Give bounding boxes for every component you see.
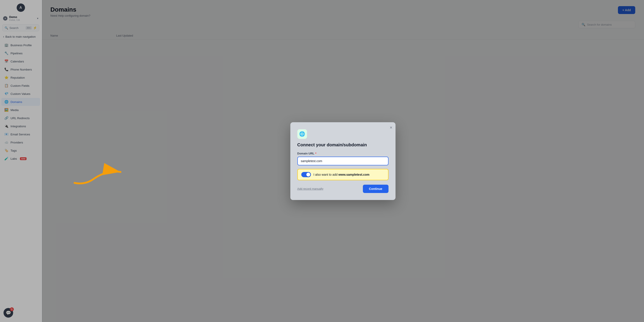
toggle-label: I also want to add www.sampletest.com (314, 173, 370, 176)
sidebar-item-label: Providers (10, 141, 23, 144)
sidebar-item-label: Custom Fields (10, 84, 29, 88)
sidebar-item-label: Integrations (10, 125, 26, 128)
sidebar: A ● Demo Irvine, CA ▾ 🔍 Search ⌘K ⚡ ‹ Ba… (0, 0, 42, 322)
toggle-knob (306, 172, 310, 176)
search-shortcut: ⌘K (26, 26, 32, 30)
back-nav-label: Back to main navigation (6, 35, 36, 38)
media-icon: 🖼️ (4, 108, 8, 112)
avatar: A (17, 4, 25, 12)
reputation-icon: ⭐ (4, 76, 8, 80)
connect-domain-modal: × 🌐 Connect your domain/subdomain Domain… (290, 122, 396, 200)
sidebar-item-custom-fields[interactable]: 📋 Custom Fields (1, 82, 40, 90)
sidebar-item-url-redirects[interactable]: 🔗 URL Redirects (1, 114, 40, 122)
modal-title: Connect your domain/subdomain (297, 142, 388, 148)
sidebar-item-media[interactable]: 🖼️ Media (1, 106, 40, 114)
email-services-icon: 📧 (4, 132, 8, 136)
labs-new-badge: new (20, 157, 26, 160)
search-bar[interactable]: 🔍 Search ⌘K ⚡ (2, 24, 39, 31)
sidebar-item-business-profile[interactable]: 🏢 Business Profile (1, 41, 40, 49)
sidebar-item-label: Domains (10, 100, 22, 104)
back-arrow-icon: ‹ (3, 35, 4, 38)
chat-badge-count: 5 (10, 307, 14, 311)
url-redirects-icon: 🔗 (4, 116, 8, 120)
sidebar-item-label: Labs (10, 157, 17, 160)
sidebar-item-reputation[interactable]: ⭐ Reputation (1, 74, 40, 82)
sidebar-item-labs[interactable]: 🧪 Labs new (1, 155, 40, 162)
sidebar-item-pipelines[interactable]: 🔧 Pipelines (1, 49, 40, 57)
sidebar-item-label: URL Redirects (10, 116, 30, 120)
providers-icon: ☁️ (4, 140, 8, 144)
business-profile-icon: 🏢 (4, 43, 8, 47)
search-icon: 🔍 (4, 26, 8, 30)
chat-icon: 💬 (6, 310, 11, 316)
arrow-annotation (68, 154, 138, 190)
custom-fields-icon: 📋 (4, 84, 8, 88)
sidebar-item-label: Media (10, 108, 19, 112)
domains-icon: 🌐 (4, 100, 8, 104)
custom-values-icon: 💎 (4, 92, 8, 96)
avatar-container: A (0, 0, 42, 14)
sidebar-item-label: Custom Values (10, 92, 30, 96)
tags-icon: 🏷️ (4, 148, 8, 152)
account-selector[interactable]: ● Demo Irvine, CA ▾ (0, 14, 42, 22)
sidebar-item-label: Pipelines (10, 52, 22, 55)
sidebar-item-email-services[interactable]: 📧 Email Services (1, 130, 40, 138)
sidebar-item-label: Tags (10, 149, 17, 152)
labs-icon: 🧪 (4, 156, 8, 160)
www-toggle-row: I also want to add www.sampletest.com (297, 169, 388, 180)
sidebar-item-integrations[interactable]: 🔌 Integrations (1, 122, 40, 130)
continue-button[interactable]: Continue (363, 185, 388, 193)
account-location: Irvine, CA (9, 18, 35, 21)
toggle-domain-text: www.sampletest.com (338, 173, 370, 176)
calendars-icon: 📅 (4, 59, 8, 63)
modal-overlay: × 🌐 Connect your domain/subdomain Domain… (42, 0, 644, 322)
chat-bubble-button[interactable]: 💬 5 (4, 308, 13, 318)
pipelines-icon: 🔧 (4, 51, 8, 55)
sidebar-item-label: Calendars (10, 60, 24, 63)
phone-numbers-icon: 📞 (4, 68, 8, 72)
sidebar-item-calendars[interactable]: 📅 Calendars (1, 58, 40, 65)
sidebar-navigation: 🏢 Business Profile 🔧 Pipelines 📅 Calenda… (0, 40, 42, 313)
sidebar-item-tags[interactable]: 🏷️ Tags (1, 146, 40, 154)
sidebar-item-label: Reputation (10, 76, 25, 79)
sidebar-item-custom-values[interactable]: 💎 Custom Values (1, 90, 40, 98)
modal-close-button[interactable]: × (390, 125, 392, 130)
sidebar-item-label: Email Services (10, 133, 30, 136)
domain-url-input[interactable] (297, 156, 388, 166)
account-name: Demo (9, 15, 35, 18)
sidebar-item-domains[interactable]: 🌐 Domains (1, 98, 40, 106)
sidebar-item-label: Phone Numbers (10, 68, 32, 71)
account-icon: ● (3, 16, 8, 20)
back-to-main-nav[interactable]: ‹ Back to main navigation (0, 33, 42, 40)
domain-url-label: Domain URL * (297, 152, 388, 155)
integrations-icon: 🔌 (4, 124, 8, 128)
search-label: Search (10, 26, 24, 30)
www-toggle-switch[interactable] (301, 172, 311, 177)
required-indicator: * (315, 152, 316, 155)
chevron-down-icon: ▾ (37, 17, 38, 20)
modal-footer: Add record manually Continue (297, 185, 388, 193)
modal-globe-icon: 🌐 (297, 129, 307, 139)
main-content: Domains Need Help configuring domain? + … (42, 0, 644, 322)
sidebar-item-providers[interactable]: ☁️ Providers (1, 138, 40, 146)
bolt-icon: ⚡ (33, 26, 37, 30)
sidebar-item-phone-numbers[interactable]: 📞 Phone Numbers (1, 66, 40, 74)
add-record-manually-button[interactable]: Add record manually (297, 187, 324, 190)
sidebar-item-label: Business Profile (10, 44, 32, 47)
